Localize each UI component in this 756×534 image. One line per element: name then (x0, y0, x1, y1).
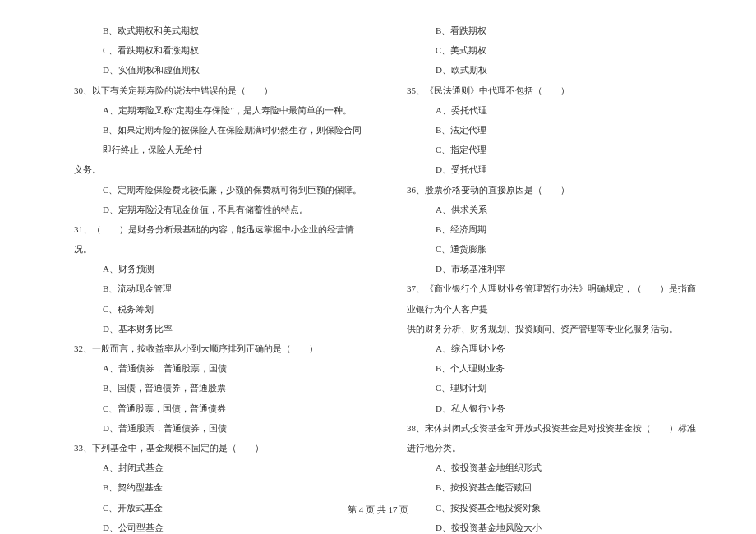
answer-option: B、个人理财业务 (407, 358, 698, 378)
answer-option: C、普通股票，国债，普通债券 (74, 398, 366, 418)
answer-option: B、国债，普通债券，普通股票 (74, 378, 366, 398)
page-content: B、欧式期权和美式期权C、看跌期权和看涨期权D、实值期权和虚值期权30、以下有关… (0, 0, 756, 534)
answer-option: B、流动现金管理 (74, 279, 366, 298)
answer-option: A、财务预测 (74, 259, 366, 279)
answer-option: B、契约型基金 (74, 477, 366, 497)
answer-option: D、基本财务比率 (74, 319, 366, 338)
answer-option: C、看跌期权和看涨期权 (74, 40, 366, 60)
question-text: 31、（ ）是财务分析最基础的内容，能迅速掌握中小企业的经营情况。 (74, 219, 366, 259)
answer-option: B、法定代理 (407, 120, 698, 140)
answer-option: D、公司型基金 (74, 518, 366, 534)
answer-option: B、看跌期权 (407, 21, 698, 40)
answer-option: B、经济周期 (407, 219, 698, 239)
question-text: 35、《民法通则》中代理不包括（ ） (407, 81, 698, 100)
answer-option: A、按投资基金地组织形式 (407, 458, 698, 477)
answer-option: D、私人银行业务 (407, 398, 698, 418)
answer-option: A、委托代理 (407, 100, 698, 120)
answer-option: D、受托代理 (407, 159, 698, 179)
left-column: B、欧式期权和美式期权C、看跌期权和看涨期权D、实值期权和虚值期权30、以下有关… (74, 21, 366, 534)
answer-option: D、欧式期权 (407, 60, 698, 80)
answer-option: C、税务筹划 (74, 299, 366, 319)
answer-option: D、市场基准利率 (407, 259, 698, 279)
answer-option: B、欧式期权和美式期权 (74, 21, 366, 40)
answer-option: D、定期寿险没有现金价值，不具有储蓄性的特点。 (74, 200, 366, 219)
question-text: 30、以下有关定期寿险的说法中错误的是（ ） (74, 81, 366, 100)
answer-option: D、按投资基金地风险大小 (407, 518, 698, 534)
answer-option: A、综合理财业务 (407, 338, 698, 358)
question-text: 32、一般而言，按收益率从小到大顺序排列正确的是（ ） (74, 338, 366, 358)
answer-option: C、定期寿险保险费比较低廉，少额的保费就可得到巨额的保障。 (74, 180, 366, 200)
answer-option: A、定期寿险又称"定期生存保险"，是人寿险中最简单的一种。 (74, 100, 366, 120)
question-text: 36、股票价格变动的直接原因是（ ） (407, 180, 698, 200)
continuation-text: 义务。 (74, 159, 366, 179)
right-column: B、看跌期权C、美式期权D、欧式期权35、《民法通则》中代理不包括（ ）A、委托… (407, 21, 698, 534)
answer-option: D、实值期权和虚值期权 (74, 60, 366, 80)
continuation-text: 供的财务分析、财务规划、投资顾问、资产管理等专业化服务活动。 (407, 319, 698, 338)
question-text: 33、下列基金中，基金规模不固定的是（ ） (74, 438, 366, 458)
answer-option: B、按投资基金能否赎回 (407, 477, 698, 497)
answer-option: A、封闭式基金 (74, 458, 366, 477)
answer-option: C、理财计划 (407, 378, 698, 398)
question-text: 37、《商业银行个人理财业务管理暂行办法》明确规定，（ ）是指商业银行为个人客户… (407, 279, 698, 318)
question-text: 38、宋体封闭式投资基金和开放式投资基金是对投资基金按（ ）标准进行地分类。 (407, 418, 698, 458)
answer-option: C、通货膨胀 (407, 239, 698, 259)
answer-option: C、指定代理 (407, 140, 698, 159)
answer-option: B、如果定期寿险的被保险人在保险期满时仍然生存，则保险合同即行终止，保险人无给付 (74, 120, 366, 159)
answer-option: A、普通债券，普通股票，国债 (74, 358, 366, 378)
answer-option: A、供求关系 (407, 200, 698, 219)
page-footer: 第 4 页 共 17 页 (0, 504, 756, 516)
answer-option: D、普通股票，普通债券，国债 (74, 418, 366, 438)
answer-option: C、美式期权 (407, 40, 698, 60)
